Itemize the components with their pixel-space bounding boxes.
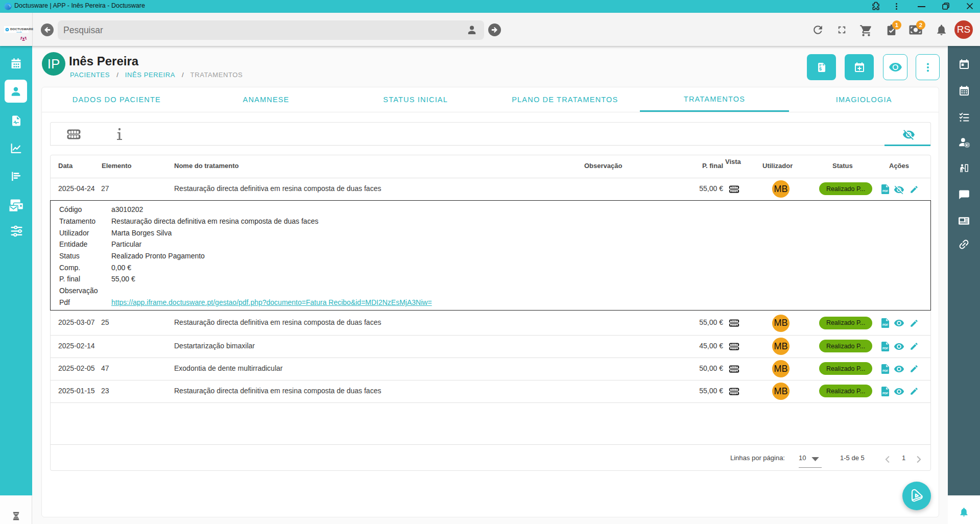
svg-text:PDF: PDF [882,391,889,394]
svg-text:$: $ [819,65,822,71]
svg-text:PDF: PDF [882,189,889,193]
svg-text:PDF: PDF [882,323,889,326]
svg-text:PDF: PDF [882,369,889,372]
svg-text:PDF: PDF [882,346,889,349]
